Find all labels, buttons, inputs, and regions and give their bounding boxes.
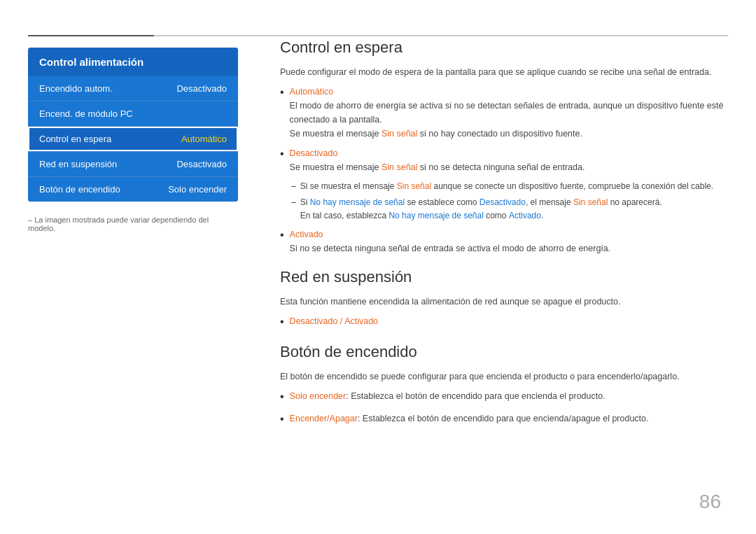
activado-label: Activado xyxy=(290,230,323,239)
menu-item-modulo-label: Encend. de módulo PC xyxy=(39,108,133,119)
encender-apagar-label: Encender/Apagar xyxy=(290,414,358,423)
sub-dash-2: – xyxy=(291,196,296,209)
desactivado-activado-label: Desactivado / Activado xyxy=(290,316,378,326)
subnote-1-text: Si se muestra el mensaje Sin señal aunqu… xyxy=(300,180,713,193)
sin-senal-2: Sin señal xyxy=(382,162,417,172)
left-panel: Control alimentación Encendido autom. De… xyxy=(28,48,238,232)
bullet-solo-encender: • Solo encender: Establezca el botón de … xyxy=(280,389,728,406)
bullet-automatico-content: Automático El modo de ahorro de energía … xyxy=(290,85,728,141)
activado-line1: Si no se detecta ninguna señal de entrad… xyxy=(290,244,611,253)
bullet-dot-3: • xyxy=(280,226,284,244)
encender-apagar-text: : Establezca el botón de encendido para … xyxy=(358,414,649,423)
bullet-dot-6: • xyxy=(280,410,284,428)
bullet-desactivado-content: Desactivado Se muestra el mensaje Sin se… xyxy=(290,146,585,174)
bullet-dot-5: • xyxy=(280,388,284,406)
subnote-2-text: Si No hay mensaje de señal se establece … xyxy=(300,196,662,223)
menu-item-boton-value: Solo encender xyxy=(168,184,227,195)
menu-box: Control alimentación Encendido autom. De… xyxy=(28,48,238,202)
menu-item-red-label: Red en suspensión xyxy=(39,159,117,169)
subnote-1: – Si se muestra el mensaje Sin señal aun… xyxy=(291,180,728,193)
bullet-dot-4: • xyxy=(280,313,284,331)
desactivado-line1: Se muestra el mensaje Sin señal si no se… xyxy=(290,162,585,172)
automatico-line2: Se muestra el mensaje Sin señal si no ha… xyxy=(290,129,582,139)
menu-item-encendido-label: Encendido autom. xyxy=(39,83,113,94)
section3-title: Botón de encendido xyxy=(280,343,728,361)
menu-item-control-label: Control en espera xyxy=(39,134,111,144)
top-bar-right xyxy=(154,35,728,36)
bullet-dot-2: • xyxy=(280,145,284,163)
bullet-encender-content: Encender/Apagar: Establezca el botón de … xyxy=(290,412,649,426)
bullet-activado: • Activado Si no se detecta ninguna seña… xyxy=(280,227,728,255)
bullet-desactivado: • Desactivado Se muestra el mensaje Sin … xyxy=(280,146,728,174)
sin-senal-3: Sin señal xyxy=(397,181,431,191)
menu-item-encendido[interactable]: Encendido autom. Desactivado xyxy=(28,76,238,101)
desactivado-blue: Desactivado xyxy=(479,197,526,207)
section1-title: Control en espera xyxy=(280,38,728,57)
bullet-dot-1: • xyxy=(280,83,284,101)
menu-header: Control alimentación xyxy=(28,48,238,76)
section3-desc: El botón de encendido se puede configura… xyxy=(280,370,728,384)
menu-item-red[interactable]: Red en suspensión Desactivado xyxy=(28,152,238,176)
section2-desc: Esta función mantiene encendida la alime… xyxy=(280,295,728,309)
bullet-encender-apagar: • Encender/Apagar: Establezca el botón d… xyxy=(280,412,728,428)
footnote: – La imagen mostrada puede variar depend… xyxy=(28,216,238,232)
menu-item-control-value: Automático xyxy=(181,134,227,144)
menu-item-boton-label: Botón de encendido xyxy=(39,184,120,195)
menu-item-red-value: Desactivado xyxy=(176,159,227,169)
page-number: 86 xyxy=(699,491,721,513)
bullet-activado-content: Activado Si no se detecta ninguna señal … xyxy=(290,227,611,255)
top-bar-left xyxy=(28,35,154,36)
bullet-red: • Desactivado / Activado xyxy=(280,314,728,331)
sin-senal-4: Sin señal xyxy=(573,197,608,207)
solo-encender-label: Solo encender xyxy=(290,391,346,401)
menu-item-modulo[interactable]: Encend. de módulo PC xyxy=(28,101,238,126)
subnote-2: – Si No hay mensaje de señal se establec… xyxy=(291,196,728,223)
bullet-red-content: Desactivado / Activado xyxy=(290,314,378,328)
section1-desc: Puede configurar el modo de espera de la… xyxy=(280,65,728,79)
bullet-solo-content: Solo encender: Establezca el botón de en… xyxy=(290,389,606,403)
desactivado-label: Desactivado xyxy=(290,148,338,158)
menu-item-encendido-value: Desactivado xyxy=(176,83,227,94)
automatico-label: Automático xyxy=(290,87,334,97)
no-hay-mensaje-1: No hay mensaje de señal xyxy=(310,197,405,207)
top-bar xyxy=(28,35,728,36)
no-hay-mensaje-2: No hay mensaje de señal xyxy=(388,211,483,220)
sin-senal-1: Sin señal xyxy=(382,129,417,139)
activado-blue: Activado xyxy=(509,211,541,220)
bullet-automatico: • Automático El modo de ahorro de energí… xyxy=(280,85,728,141)
menu-item-control[interactable]: Control en espera Automático xyxy=(28,127,238,151)
automatico-line1: El modo de ahorro de energía se activa s… xyxy=(290,101,724,125)
solo-encender-text: : Establezca el botón de encendido para … xyxy=(346,391,605,401)
sub-dash-1: – xyxy=(291,180,296,193)
section2-title: Red en suspensión xyxy=(280,268,728,286)
right-panel: Control en espera Puede configurar el mo… xyxy=(280,38,728,433)
menu-item-boton[interactable]: Botón de encendido Solo encender xyxy=(28,177,238,202)
